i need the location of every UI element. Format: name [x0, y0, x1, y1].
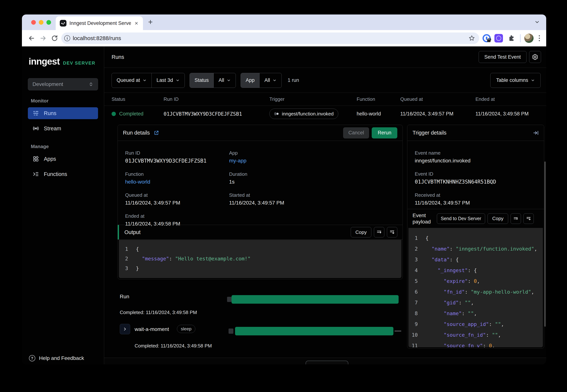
chevron-down-icon — [176, 78, 180, 83]
zoom-window-button[interactable] — [46, 20, 51, 25]
filter-bar: Queued at Last 3d Status All — [104, 68, 546, 93]
load-more-button[interactable] — [306, 361, 348, 364]
word-wrap-button[interactable] — [374, 227, 384, 238]
reload-button[interactable] — [50, 33, 59, 43]
close-window-button[interactable] — [31, 20, 36, 25]
window-controls[interactable] — [31, 20, 51, 25]
output-section: Output Copy 1{2 "messa — [118, 225, 402, 279]
sidebar-item-stream[interactable]: Stream — [28, 123, 98, 134]
queued-at-cell: 11/16/2024, 3:49:57 PM — [400, 111, 475, 117]
profile-avatar[interactable] — [524, 34, 534, 43]
run-id-cell: 01JCVBTMV3WXY9D3CFDEJFZSB1 — [164, 111, 269, 117]
manage-section-label: Manage — [31, 144, 49, 149]
field-received-at: Received at 11/16/2024, 3:49:57 PM — [415, 192, 537, 206]
trigger-details-panel: Trigger details Event name inngest/funct… — [407, 125, 544, 349]
column-header[interactable]: Function — [357, 96, 400, 102]
payload-word-wrap-button[interactable] — [510, 213, 521, 224]
column-header[interactable]: Ended at — [475, 96, 546, 102]
run-details-title: Run details — [123, 130, 150, 136]
new-tab-button[interactable]: + — [148, 19, 153, 26]
browser-window: Inngest Development Server × + i localho… — [22, 14, 546, 364]
status-filter-select[interactable]: All — [213, 73, 236, 88]
app-filter-label: App — [241, 73, 259, 88]
back-button[interactable] — [27, 33, 36, 43]
column-header[interactable]: Status — [112, 96, 164, 102]
run-count: 1 run — [288, 77, 299, 83]
word-wrap-icon — [376, 229, 382, 235]
field-function: Function hello-world — [125, 171, 229, 185]
column-header[interactable]: Queued at — [400, 96, 475, 102]
function-link[interactable]: hello-world — [125, 179, 229, 185]
settings-gear-icon — [532, 54, 539, 60]
copy-payload-button[interactable]: Copy — [488, 213, 508, 224]
copy-output-button[interactable]: Copy — [351, 227, 371, 238]
inngest-favicon-icon — [60, 20, 67, 27]
extensions-puzzle-icon[interactable] — [507, 33, 516, 43]
external-link-icon[interactable] — [154, 130, 159, 136]
sidebar-item-functions[interactable]: Functions — [28, 168, 98, 180]
settings-button[interactable] — [529, 51, 541, 63]
run-details-panel: Run details Cancel Rerun Run ID 01JCVBTM… — [117, 125, 403, 279]
tab-close-icon[interactable]: × — [134, 20, 139, 26]
url-bar[interactable]: i localhost:8288/runs — [61, 32, 479, 44]
step-expand-button[interactable] — [120, 324, 130, 334]
payload-scroll-bottom-button[interactable] — [523, 213, 534, 224]
app-filter-select[interactable]: All — [259, 73, 282, 88]
apps-icon — [33, 156, 39, 162]
status-dot — [112, 112, 116, 116]
event-payload-label: Event payload — [412, 212, 434, 225]
app-link[interactable]: my-app — [229, 158, 395, 164]
sidebar: inngest DEV SERVER Development Monitor R… — [22, 46, 104, 364]
table-row[interactable]: Completed 01JCVBTMV3WXY9D3CFDEJFZSB1 inn… — [104, 106, 546, 122]
column-header[interactable]: Run ID — [164, 96, 269, 102]
forward-button[interactable] — [38, 33, 48, 43]
runs-table-header: Status Run ID Trigger Function Queued at… — [104, 93, 546, 106]
environment-select[interactable]: Development — [28, 78, 98, 90]
event-payload-header: Event payload Send to Dev Server Copy — [407, 209, 544, 228]
event-payload-code[interactable]: 1{2 "name": "inngest/function.invoked",3… — [409, 228, 543, 347]
table-columns-label: Table columns — [496, 77, 528, 83]
password-manager-icon[interactable] — [482, 34, 491, 42]
scrollbar-thumb[interactable] — [544, 161, 546, 327]
step-progress-bar[interactable] — [235, 327, 393, 336]
field-event-id: Event ID 01JCVBTMTKNHNHZ3SN64R51BQD — [415, 171, 537, 185]
send-test-event-button[interactable]: Send Test Event — [479, 51, 526, 63]
bookmark-star-icon[interactable] — [467, 33, 477, 43]
send-to-dev-server-button[interactable]: Send to Dev Server — [437, 213, 485, 224]
run-progress-bar[interactable] — [231, 295, 399, 304]
inngest-app: inngest DEV SERVER Development Monitor R… — [22, 46, 546, 364]
help-and-feedback[interactable]: ? Help and Feedback — [29, 355, 84, 361]
column-header[interactable]: Trigger — [269, 96, 357, 102]
browser-tab[interactable]: Inngest Development Server × — [56, 16, 143, 30]
sidebar-item-label: Functions — [44, 171, 67, 177]
chevron-right-icon — [123, 327, 127, 332]
trigger-pill[interactable]: inngest/function.invoked — [269, 109, 338, 119]
cancel-button[interactable]: Cancel — [343, 127, 369, 139]
scroll-to-bottom-button[interactable] — [387, 227, 397, 238]
event-icon — [274, 111, 279, 116]
field-started-at: Started at 11/16/2024, 3:49:57 PM — [229, 192, 395, 206]
screenshot-stage: Inngest Development Server × + i localho… — [0, 0, 567, 392]
sidebar-item-runs[interactable]: Runs — [28, 107, 98, 119]
browser-menu-icon[interactable] — [537, 35, 541, 41]
site-info-icon[interactable]: i — [64, 35, 70, 41]
sidebar-item-apps[interactable]: Apps — [28, 153, 98, 165]
rerun-button[interactable]: Rerun — [372, 127, 397, 139]
field-event-name: Event name inngest/function.invoked — [415, 150, 537, 164]
chevron-down-icon — [142, 78, 147, 83]
collapse-panel-icon[interactable] — [533, 130, 539, 136]
field-queued-at: Queued at 11/16/2024, 3:49:57 PM — [125, 192, 229, 206]
trigger-name: inngest/function.invoked — [282, 111, 334, 117]
output-code[interactable]: 1{2 "message": "Hello test@example.com!"… — [119, 240, 401, 278]
minimize-window-button[interactable] — [39, 20, 43, 25]
table-columns-button[interactable]: Table columns — [490, 73, 541, 88]
url-text[interactable]: localhost:8288/runs — [73, 35, 464, 42]
chevron-down-icon — [272, 78, 277, 83]
step-name[interactable]: wait-a-moment — [135, 326, 169, 332]
function-cell: hello-world — [357, 111, 400, 117]
time-field-select[interactable]: Queued at — [112, 73, 152, 88]
tab-search-chevron-icon[interactable] — [534, 19, 540, 25]
step-queue-segment — [228, 329, 233, 334]
extension-icon[interactable] — [495, 34, 503, 42]
time-range-select[interactable]: Last 3d — [152, 73, 184, 88]
